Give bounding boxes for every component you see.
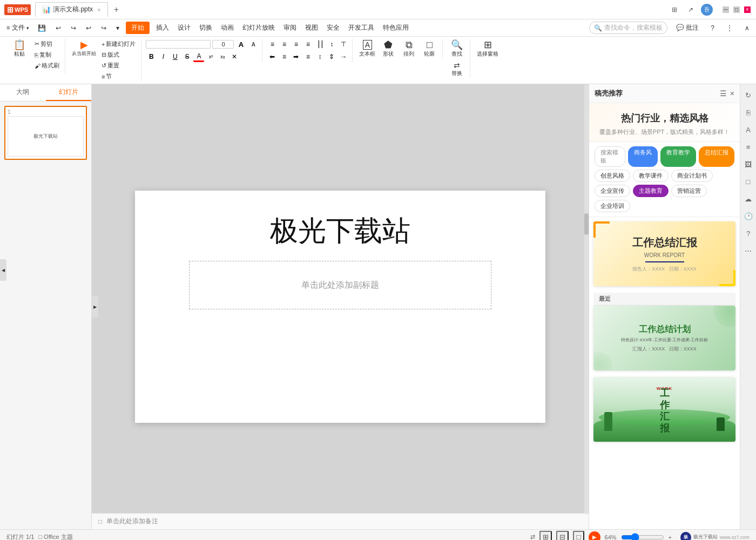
strikethrough-button[interactable]: S	[181, 51, 192, 62]
slide-subtitle-box[interactable]: 单击此处添加副标题	[189, 261, 491, 309]
menu-devtools[interactable]: 开发工具	[344, 21, 379, 35]
menu-view[interactable]: 视图	[301, 21, 322, 35]
slide-canvas[interactable]: 极光下载站 单击此处添加副标题	[135, 191, 545, 423]
maximize-btn[interactable]: □	[733, 6, 740, 13]
menu-insert[interactable]: 插入	[152, 21, 173, 35]
paste-button[interactable]: 📋 粘贴	[8, 39, 31, 71]
menu-animate[interactable]: 动画	[217, 21, 238, 35]
close-btn[interactable]: ×	[744, 6, 751, 13]
notes-bar[interactable]: □ 单击此处添加备注	[92, 513, 589, 529]
justify2-btn[interactable]: ≡	[302, 51, 313, 62]
font-size-box[interactable]: 0	[212, 40, 234, 49]
sidebar-help-icon[interactable]: ?	[742, 227, 755, 240]
subscript-button[interactable]: x₂	[217, 51, 228, 62]
outline-tab[interactable]: 大纲	[0, 84, 46, 101]
template-card-1[interactable]: 工作总结汇报 WORK REPORT 报告人：XXXX 日期：XXXX	[593, 221, 735, 286]
toolbar-undo2[interactable]: ↩	[82, 22, 96, 34]
tag-bizplan[interactable]: 商业计划书	[671, 170, 713, 182]
tag-business[interactable]: 商务风	[628, 146, 658, 167]
font-grow-button[interactable]: A	[235, 39, 246, 50]
more-btn[interactable]: ⋮	[722, 22, 737, 34]
superscript-button[interactable]: x²	[205, 51, 216, 62]
layout-icon-btn[interactable]: ⊞	[669, 5, 680, 15]
para-space-btn[interactable]: ⇕	[326, 51, 337, 62]
new-slide-button[interactable]: + 新建幻灯片	[99, 39, 138, 49]
menu-special[interactable]: 特色应用	[379, 21, 413, 35]
comment-btn[interactable]: 💬 批注	[672, 21, 703, 35]
format-paint-button[interactable]: 🖌 格式刷	[32, 60, 62, 71]
arrange-button[interactable]: ⧉ 排列	[399, 39, 418, 59]
toolbar-undo[interactable]: ↩	[51, 22, 65, 34]
select-pane-button[interactable]: ⊞ 选择窗格	[475, 39, 501, 59]
tag-summary[interactable]: 总结汇报	[699, 146, 734, 167]
sidebar-font-icon[interactable]: A	[742, 123, 755, 136]
menu-slideshow[interactable]: 幻灯片放映	[238, 21, 279, 35]
slide-item[interactable]: 1 极光下载站	[4, 106, 87, 160]
outline-button[interactable]: □ 轮廓	[420, 39, 439, 59]
find-button[interactable]: 🔍 查找	[447, 39, 467, 59]
vertical-align-btn[interactable]: ⊤	[338, 39, 349, 50]
tag-training[interactable]: 企业培训	[595, 200, 630, 212]
tag-education[interactable]: 教育教学	[660, 146, 696, 167]
copy-button[interactable]: ⎘ 复制	[32, 50, 62, 60]
shape-button[interactable]: ⬟ 形状	[379, 39, 398, 59]
sidebar-para-icon[interactable]: ≡	[742, 140, 755, 153]
sidebar-refresh-icon[interactable]: ↻	[742, 89, 755, 102]
tag-creative[interactable]: 创意风格	[595, 170, 630, 182]
tag-promo[interactable]: 企业宣传	[595, 185, 630, 197]
panel-collapse-btn[interactable]: ◀	[0, 259, 6, 281]
menu-file[interactable]: ≡ 文件 ▾	[2, 21, 33, 35]
share-icon-btn[interactable]: ↗	[685, 5, 697, 15]
panel-list-icon[interactable]: ☰	[720, 89, 727, 98]
align-justify-btn[interactable]: ≡	[302, 39, 313, 50]
align-left-btn[interactable]: ≡	[267, 39, 278, 50]
direction-btn[interactable]: ↕	[326, 39, 337, 50]
help-btn[interactable]: ?	[706, 22, 719, 34]
collapse-btn[interactable]: ∧	[740, 22, 754, 34]
textbox-button[interactable]: A 文本框	[357, 39, 377, 59]
toolbar-save[interactable]: 💾	[33, 22, 50, 34]
scroll-thumb[interactable]	[584, 213, 589, 235]
search-box[interactable]: 🔍 查找命令，搜索模板	[589, 22, 667, 34]
toolbar-redo[interactable]: ↪	[66, 22, 80, 34]
sidebar-layout-icon[interactable]: □	[742, 175, 755, 188]
align-left2-btn[interactable]: ⬅	[267, 51, 278, 62]
cut-button[interactable]: ✂ 剪切	[32, 39, 62, 49]
toolbar-redo2[interactable]: ↪	[97, 22, 111, 34]
italic-button[interactable]: I	[158, 51, 168, 62]
sidebar-more-icon[interactable]: ⋯	[742, 244, 755, 257]
play-slideshow-btn[interactable]: ▶	[589, 531, 600, 541]
tag-theme-edu[interactable]: 主题教育	[633, 185, 669, 197]
align-right2-btn[interactable]: ➡	[291, 51, 301, 62]
sidebar-copy-icon[interactable]: ⎘	[742, 106, 755, 119]
menu-security[interactable]: 安全	[322, 21, 344, 35]
align-center2-btn[interactable]: ≡	[279, 51, 289, 62]
tag-courseware[interactable]: 教学课件	[633, 170, 669, 182]
align-right-btn[interactable]: ≡	[291, 39, 301, 50]
tag-marketing[interactable]: 营销运营	[671, 185, 707, 197]
panel-close-icon[interactable]: ×	[730, 89, 734, 98]
vertical-scrollbar[interactable]	[584, 84, 589, 514]
sidebar-image-icon[interactable]: 🖼	[742, 158, 755, 171]
template-card-3[interactable]: WORK 工 作 汇 报	[593, 377, 735, 442]
zoom-in-icon[interactable]: +	[669, 534, 672, 541]
bold-button[interactable]: B	[146, 51, 157, 62]
slideshow-from-current-button[interactable]: ▶ 从当前开始	[70, 39, 98, 82]
menu-begin[interactable]: 开始	[126, 22, 150, 34]
font-name-box[interactable]	[146, 40, 211, 49]
reading-view-btn[interactable]: □	[573, 531, 584, 540]
underline-button[interactable]: U	[170, 51, 180, 62]
col-layout-btn[interactable]: ⎟⎟	[314, 39, 325, 50]
replace-button[interactable]: ⇄ 替换	[447, 60, 467, 78]
add-tab-button[interactable]: +	[110, 3, 123, 16]
reset-button[interactable]: ↺ 重置	[99, 60, 138, 71]
align-center-btn[interactable]: ≡	[279, 39, 289, 50]
sidebar-clock-icon[interactable]: 🕐	[742, 210, 755, 222]
layout-button[interactable]: ⊟ 版式	[99, 50, 138, 60]
user-icon-btn[interactable]: 吾	[701, 4, 713, 16]
zoom-slider[interactable]	[621, 533, 664, 541]
sidebar-cloud-icon[interactable]: ☁	[742, 192, 755, 205]
toolbar-more[interactable]: ▾	[112, 22, 124, 34]
minimize-btn[interactable]: ─	[723, 6, 729, 13]
canvas-expand-btn[interactable]: ▶	[92, 296, 98, 318]
